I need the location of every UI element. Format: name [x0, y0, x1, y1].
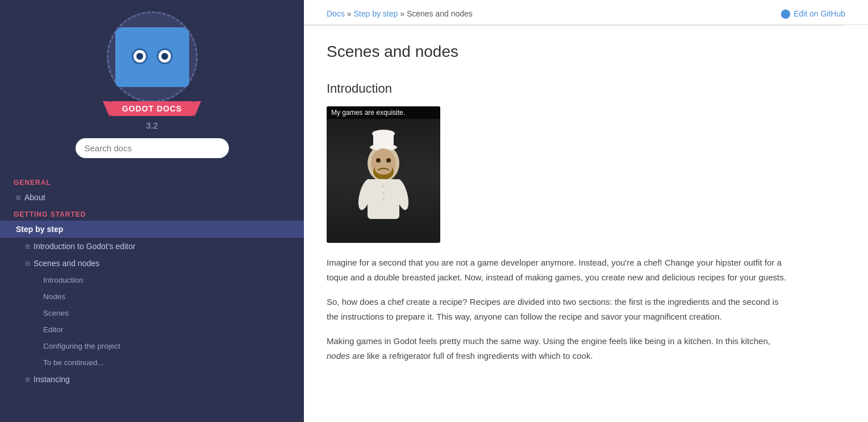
svg-point-3 [372, 130, 395, 138]
sidebar-item-editor-sub-label: Editor [43, 325, 63, 334]
logo-area: GODOT DOCS 3.2 [0, 0, 304, 174]
logo-circle [107, 11, 198, 102]
sidebar-item-instancing-label: Instancing [34, 375, 70, 384]
expand-icon-editor: ⊞ [25, 243, 30, 250]
github-icon: ⬤ [781, 8, 791, 19]
sidebar-item-configuring[interactable]: Configuring the project [0, 338, 304, 354]
svg-point-12 [382, 198, 385, 201]
sidebar-item-scenes[interactable]: Scenes [0, 305, 304, 321]
sidebar: GODOT DOCS 3.2 GENERAL ⊞ About GETTING S… [0, 0, 304, 422]
sidebar-item-editor-label: Introduction to Godot's editor [34, 242, 135, 251]
breadcrumb-step-link[interactable]: Step by step [353, 9, 398, 18]
logo-body [115, 27, 189, 87]
sidebar-item-nodes-label: Nodes [43, 292, 65, 301]
sidebar-item-step-label: Step by step [16, 225, 63, 234]
svg-point-7 [376, 158, 381, 163]
chef-figure [327, 106, 440, 243]
logo-badge: GODOT DOCS [110, 101, 195, 116]
section-label-general: GENERAL [0, 174, 304, 189]
chef-caption: My games are exquisite. [327, 106, 440, 119]
section-label-getting-started: GETTING STARTED [0, 206, 304, 221]
edit-github-label: Edit on GitHub [794, 9, 845, 18]
sidebar-item-introduction[interactable]: Introduction [0, 272, 304, 288]
collapse-icon-scenes: ⊟ [25, 260, 30, 267]
chef-image: My games are exquisite. [327, 106, 440, 243]
logo-eye-right [157, 48, 173, 64]
sidebar-item-step-by-step[interactable]: Step by step [0, 221, 304, 238]
logo-pupil-right [161, 53, 168, 60]
breadcrumb: Docs » Step by step » Scenes and nodes [327, 9, 473, 18]
sidebar-item-editor[interactable]: Editor [0, 321, 304, 338]
top-bar: Docs » Step by step » Scenes and nodes ⬤… [304, 0, 868, 25]
body-text-1: Imagine for a second that you are not a … [327, 255, 792, 284]
content-area: Scenes and nodes Introduction My games a… [304, 26, 815, 396]
breadcrumb-current: Scenes and nodes [407, 9, 473, 18]
sidebar-item-nodes[interactable]: Nodes [0, 288, 304, 305]
breadcrumb-sep1: » [347, 9, 354, 18]
sidebar-item-scenes-sub-label: Scenes [43, 309, 69, 317]
breadcrumb-docs-link[interactable]: Docs [327, 9, 345, 18]
sidebar-item-scenes-label: Scenes and nodes [34, 259, 99, 268]
sidebar-item-scenes-nodes[interactable]: ⊟ Scenes and nodes [0, 255, 304, 272]
main-content: Docs » Step by step » Scenes and nodes ⬤… [304, 0, 868, 422]
sidebar-item-about[interactable]: ⊞ About [0, 189, 304, 206]
logo-eyes [132, 48, 173, 64]
logo-eye-left [132, 48, 148, 64]
expand-icon: ⊞ [16, 194, 21, 201]
chef-svg [327, 118, 440, 231]
svg-point-10 [382, 185, 385, 187]
search-input[interactable] [76, 138, 229, 158]
breadcrumb-sep2: » [400, 9, 407, 18]
version-label: 3.2 [146, 121, 158, 130]
sidebar-item-godot-editor[interactable]: ⊞ Introduction to Godot's editor [0, 238, 304, 255]
sidebar-item-about-label: About [24, 193, 45, 202]
svg-point-8 [386, 158, 391, 163]
expand-icon-instancing: ⊞ [25, 376, 30, 383]
logo-pupil-left [136, 53, 143, 60]
sidebar-item-tbc-label: To be continued... [43, 358, 104, 367]
page-title: Scenes and nodes [327, 43, 792, 68]
sidebar-item-config-label: Configuring the project [43, 342, 120, 350]
sidebar-item-instancing[interactable]: ⊞ Instancing [0, 371, 304, 388]
edit-github-link[interactable]: ⬤ Edit on GitHub [781, 8, 845, 19]
italic-nodes: nodes [327, 351, 350, 361]
body-text-3: Making games in Godot feels pretty much … [327, 334, 792, 363]
body-text-2: So, how does a chef create a recipe? Rec… [327, 295, 792, 324]
sidebar-item-intro-label: Introduction [43, 276, 84, 284]
svg-point-11 [382, 192, 385, 194]
intro-section-title: Introduction [327, 81, 792, 96]
sidebar-item-to-be-continued[interactable]: To be continued... [0, 354, 304, 371]
